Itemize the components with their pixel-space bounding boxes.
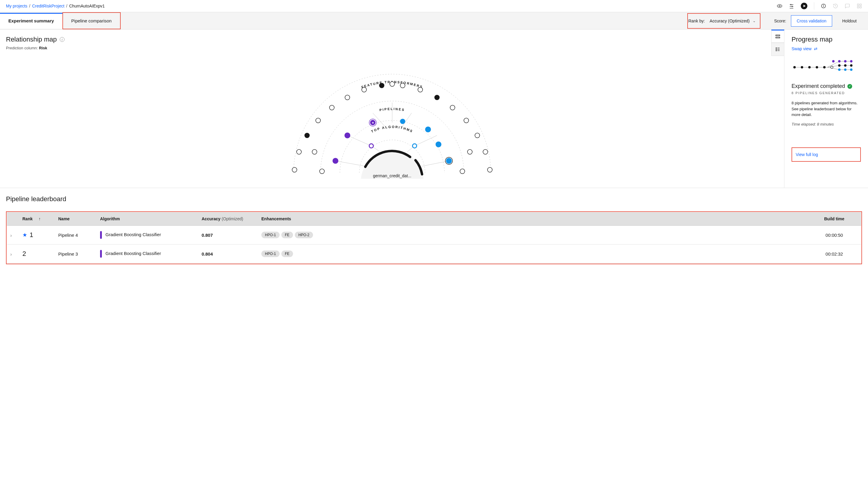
svg-point-61 <box>436 142 441 147</box>
svg-point-90 <box>850 68 853 71</box>
svg-point-15 <box>776 47 777 48</box>
algorithm-name: Gradient Boosting Classifier <box>106 251 161 256</box>
svg-point-76 <box>801 66 803 68</box>
svg-point-82 <box>838 60 840 63</box>
history-icon <box>833 3 838 9</box>
enhancement-pill: FE <box>281 250 293 257</box>
svg-point-53 <box>345 133 350 138</box>
svg-rect-14 <box>776 37 780 38</box>
info-icon[interactable]: i <box>60 37 65 42</box>
expand-chevron-icon[interactable]: › <box>10 252 12 257</box>
col-enhancements[interactable]: Enhancements <box>258 212 807 226</box>
svg-point-39 <box>329 105 334 110</box>
expand-chevron-icon[interactable]: › <box>10 233 12 238</box>
svg-text:TOP ALGORITHMS: TOP ALGORITHMS <box>370 125 414 133</box>
svg-point-4 <box>792 6 793 7</box>
svg-point-67 <box>312 149 317 154</box>
enhancement-pill: HPO-2 <box>295 232 313 238</box>
score-cross-validation-button[interactable]: Cross validation <box>791 15 832 26</box>
svg-rect-12 <box>860 7 861 8</box>
svg-point-49 <box>475 133 480 138</box>
enhancement-pill: FE <box>281 232 293 238</box>
view-map-button[interactable] <box>771 30 784 43</box>
swap-icon: ⇄ <box>814 46 817 51</box>
toolbar-separator <box>814 2 814 10</box>
svg-point-64 <box>320 169 325 174</box>
eye-icon[interactable] <box>777 3 782 9</box>
grid-icon <box>857 3 862 9</box>
algorithm-name: Gradient Boosting Classifier <box>106 232 161 237</box>
accuracy-value: 0.804 <box>198 245 258 263</box>
rank-by-label: Rank by: <box>689 19 705 23</box>
svg-point-86 <box>844 64 846 67</box>
svg-point-50 <box>483 149 488 154</box>
svg-point-63 <box>413 144 417 148</box>
svg-text:german_credit_dat...: german_credit_dat... <box>373 173 411 178</box>
svg-point-40 <box>345 95 350 100</box>
enhancements-cell: HPO-1FEHPO-2 <box>258 226 807 245</box>
progress-map-title: Progress map <box>792 35 861 43</box>
tab-pipeline-comparison[interactable]: Pipeline comparison <box>63 12 121 29</box>
check-icon: ✓ <box>847 84 852 89</box>
breadcrumb-current: ChurnAutoAIExpv1 <box>69 3 105 8</box>
relationship-map-visualization[interactable]: FEATURE TRANSFORMERS PIPELINES TOP ALGOR… <box>6 53 778 179</box>
info-icon[interactable] <box>821 3 826 9</box>
swap-view-link[interactable]: Swap view ⇄ <box>792 46 817 51</box>
algorithm-color-bar <box>100 231 102 239</box>
score-holdout-button[interactable]: Holdout <box>837 15 862 26</box>
enhancement-pill: HPO-1 <box>261 250 279 257</box>
svg-point-80 <box>831 66 833 68</box>
svg-point-38 <box>316 118 320 123</box>
breadcrumb-separator: / <box>29 3 31 8</box>
svg-rect-10 <box>860 4 861 6</box>
prediction-column-label: Prediction column: <box>6 46 38 50</box>
svg-point-47 <box>450 105 455 110</box>
breadcrumb-root[interactable]: My projects <box>6 3 28 8</box>
svg-text:★: ★ <box>371 121 374 124</box>
svg-point-2 <box>790 4 791 5</box>
svg-point-60 <box>446 158 452 163</box>
svg-point-79 <box>823 66 826 68</box>
algorithm-color-bar <box>100 250 102 258</box>
svg-point-87 <box>850 64 853 67</box>
svg-point-85 <box>838 64 840 67</box>
time-elapsed: Time elapsed: 8 minutes <box>792 122 861 126</box>
svg-point-46 <box>435 95 439 100</box>
table-row[interactable]: ›2Pipeline 3Gradient Boosting Classifier… <box>7 245 861 263</box>
svg-point-88 <box>838 68 840 71</box>
svg-point-77 <box>808 66 811 68</box>
col-accuracy[interactable]: Accuracy <box>202 216 220 221</box>
svg-point-8 <box>823 5 824 5</box>
svg-point-17 <box>776 49 777 50</box>
settings-sliders-icon[interactable] <box>789 3 794 9</box>
rank-value: 1 <box>30 231 33 239</box>
svg-point-81 <box>832 60 835 63</box>
run-icon[interactable] <box>801 3 807 9</box>
svg-line-27 <box>422 161 449 166</box>
relationship-map-title: Relationship map <box>6 35 57 43</box>
svg-point-37 <box>305 133 309 138</box>
svg-point-84 <box>850 60 853 63</box>
svg-point-89 <box>844 68 846 71</box>
svg-line-21 <box>336 161 365 166</box>
sort-ascending-icon[interactable]: ↑ <box>39 216 41 221</box>
svg-point-75 <box>793 66 796 68</box>
col-name[interactable]: Name <box>55 212 97 226</box>
col-algorithm[interactable]: Algorithm <box>97 212 198 226</box>
enhancement-pill: HPO-1 <box>261 232 279 238</box>
col-rank[interactable]: Rank <box>22 216 33 221</box>
col-build-time[interactable]: Build time <box>807 212 861 226</box>
breadcrumb-project[interactable]: CreditRiskProject <box>32 3 64 8</box>
view-full-log-link[interactable]: View full log <box>792 147 861 162</box>
progress-mini-visualization <box>792 58 861 74</box>
pipeline-name: Pipeline 4 <box>55 226 97 245</box>
svg-point-65 <box>460 169 465 174</box>
rank-by-select[interactable]: Accuracy (Optimized) ⌄ <box>708 17 757 25</box>
svg-line-73 <box>827 67 839 70</box>
tab-experiment-summary[interactable]: Experiment summary <box>0 13 63 29</box>
svg-rect-9 <box>857 4 859 6</box>
table-row[interactable]: ›★1Pipeline 4Gradient Boosting Classifie… <box>7 226 861 245</box>
build-time-value: 00:00:50 <box>807 226 861 245</box>
svg-point-83 <box>844 60 846 63</box>
experiment-completed-title: Experiment completed <box>792 83 845 89</box>
